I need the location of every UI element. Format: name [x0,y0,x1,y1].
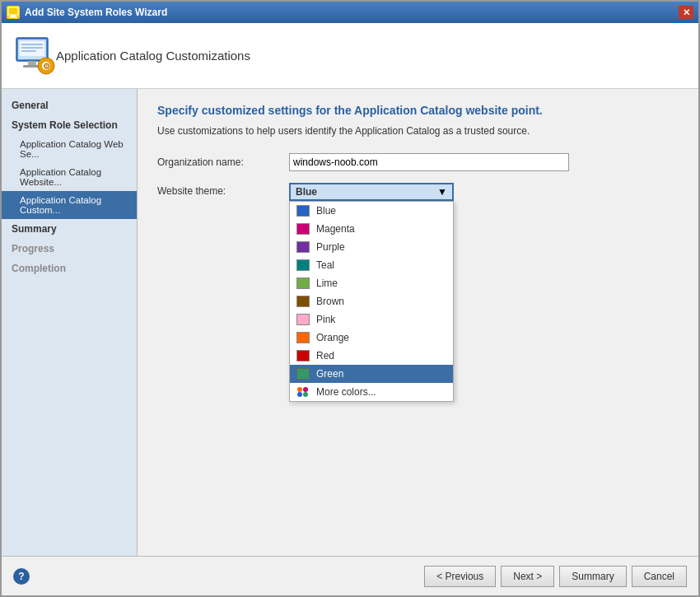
lime-swatch [296,278,310,289]
more-colors-icon [296,386,310,398]
website-theme-label: Website theme: [157,183,289,197]
dropdown-arrow-icon: ▼ [437,186,447,198]
magenta-label: Magenta [316,223,355,235]
svg-text:⚙: ⚙ [43,62,50,71]
footer: ? < Previous Next > Summary Cancel [2,556,698,595]
purple-swatch [296,241,310,253]
wizard-header-title: Application Catalog Customizations [56,49,250,63]
svg-rect-1 [11,15,16,16]
orange-label: Orange [316,332,349,343]
content-area: Specify customized settings for the Appl… [138,89,698,556]
sidebar-item-completion: Completion [2,259,137,278]
teal-label: Teal [316,259,334,271]
title-bar-title: Add Site System Roles Wizard [25,7,167,18]
content-description: Use customizations to help users identif… [157,125,679,137]
more-colors-label: More colors... [316,386,376,398]
green-label: Green [316,368,343,380]
theme-option-blue[interactable]: Blue [290,202,453,220]
wizard-icon: ⚙ [13,35,56,77]
title-bar: Add Site System Roles Wizard ✕ [2,2,698,23]
theme-option-orange[interactable]: Orange [290,329,453,347]
magenta-swatch [296,223,310,235]
svg-rect-9 [28,61,36,65]
orange-swatch [296,332,310,343]
red-swatch [296,350,310,361]
org-name-row: Organization name: [157,153,679,171]
sidebar: General System Role Selection Applicatio… [2,89,138,556]
svg-point-16 [297,392,302,397]
sidebar-item-general[interactable]: General [2,96,137,115]
website-theme-row: Website theme: Blue ▼ Blue [157,183,679,201]
brown-swatch [296,296,310,307]
theme-dropdown-selected: Blue [296,186,317,198]
close-button[interactable]: ✕ [679,6,693,19]
theme-option-lime[interactable]: Lime [290,274,453,292]
next-button[interactable]: Next > [501,566,554,587]
lime-label: Lime [316,278,338,289]
cancel-button[interactable]: Cancel [632,566,687,587]
sidebar-item-summary[interactable]: Summary [2,219,137,239]
theme-dropdown-menu: Blue Magenta Purple [289,201,454,402]
theme-option-magenta[interactable]: Magenta [290,220,453,238]
svg-point-14 [297,387,302,392]
svg-point-15 [303,387,308,392]
sidebar-item-app-catalog-custom[interactable]: Application Catalog Custom... [2,191,137,219]
blue-swatch [296,205,310,217]
help-button[interactable]: ? [13,568,30,585]
theme-option-brown[interactable]: Brown [290,292,453,310]
svg-rect-5 [20,41,44,56]
sidebar-item-app-catalog-website[interactable]: Application Catalog Website... [2,163,137,191]
brown-label: Brown [316,296,344,307]
theme-option-red[interactable]: Red [290,347,453,365]
blue-label: Blue [316,205,336,217]
green-swatch [296,368,310,380]
teal-swatch [296,259,310,271]
svg-point-17 [303,392,308,397]
purple-label: Purple [316,241,345,253]
red-label: Red [316,350,334,361]
sidebar-item-progress: Progress [2,239,137,259]
theme-dropdown-button[interactable]: Blue ▼ [289,183,454,201]
footer-buttons: < Previous Next > Summary Cancel [424,566,687,587]
theme-option-green[interactable]: Green [290,365,453,383]
svg-rect-2 [9,16,17,18]
org-name-input[interactable] [289,153,569,171]
content-title: Specify customized settings for the Appl… [157,104,679,117]
wizard-header: ⚙ Application Catalog Customizations [2,23,698,89]
theme-option-teal[interactable]: Teal [290,256,453,274]
pink-swatch [296,314,310,325]
summary-button[interactable]: Summary [559,566,626,587]
title-bar-icon [7,6,20,19]
svg-rect-0 [8,7,18,15]
theme-option-purple[interactable]: Purple [290,238,453,256]
previous-button[interactable]: < Previous [424,566,496,587]
sidebar-item-system-role[interactable]: System Role Selection [2,115,137,135]
theme-option-pink[interactable]: Pink [290,310,453,329]
sidebar-item-app-catalog-web[interactable]: Application Catalog Web Se... [2,135,137,163]
org-name-label: Organization name: [157,156,289,168]
theme-dropdown-wrapper: Blue ▼ Blue Magenta [289,183,454,201]
pink-label: Pink [316,314,335,325]
theme-option-more-colors[interactable]: More colors... [290,383,453,401]
